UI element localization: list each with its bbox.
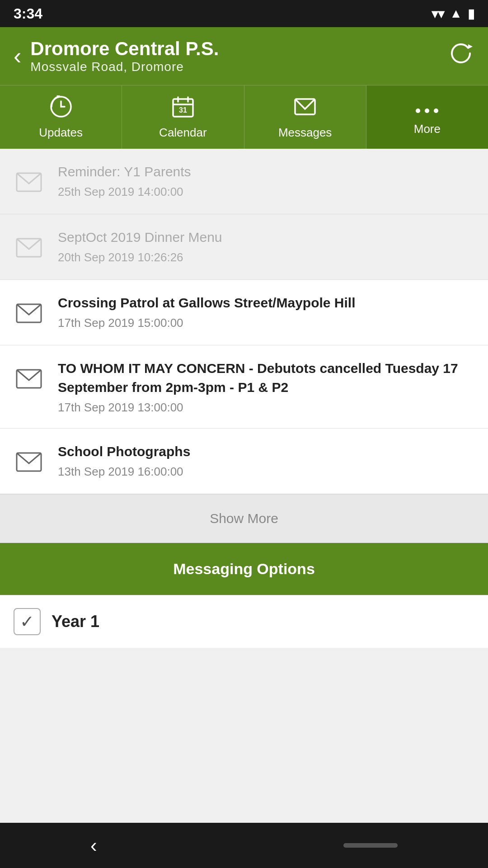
message-icon-wrap <box>11 164 47 200</box>
back-button[interactable]: ‹ <box>14 44 21 68</box>
message-content: Reminder: Y1 Parents 25th Sep 2019 14:00… <box>58 162 477 199</box>
school-address: Mossvale Road, Dromore <box>30 60 219 74</box>
message-icon-wrap <box>11 361 47 397</box>
message-title: Reminder: Y1 Parents <box>58 162 477 181</box>
tab-more-label: More <box>414 122 441 136</box>
signal-icon: ▲ <box>450 6 462 21</box>
wifi-icon: ▾▾ <box>432 6 444 21</box>
tab-messages[interactable]: Messages <box>244 85 366 149</box>
message-date: 13th Sep 2019 16:00:00 <box>58 465 477 479</box>
year-filter-label: Year 1 <box>52 612 99 631</box>
message-title: TO WHOM IT MAY CONCERN - Debutots cancel… <box>58 359 477 397</box>
svg-point-11 <box>434 108 438 113</box>
message-title: Crossing Patrol at Gallows Street/Maypol… <box>58 293 477 312</box>
more-icon <box>415 99 439 118</box>
message-date: 17th Sep 2019 13:00:00 <box>58 401 477 415</box>
tab-calendar[interactable]: 31 Calendar <box>122 85 244 149</box>
nav-back-button[interactable]: ‹ <box>90 834 97 857</box>
message-date: 20th Sep 2019 10:26:26 <box>58 250 477 264</box>
tab-calendar-label: Calendar <box>159 126 207 140</box>
tab-messages-label: Messages <box>278 126 332 140</box>
battery-icon: ▮ <box>468 6 474 21</box>
message-item[interactable]: School Photographs 13th Sep 2019 16:00:0… <box>0 429 488 494</box>
message-content: TO WHOM IT MAY CONCERN - Debutots cancel… <box>58 359 477 415</box>
svg-marker-0 <box>468 44 473 49</box>
header: ‹ Dromore Central P.S. Mossvale Road, Dr… <box>0 27 488 85</box>
message-title: SeptOct 2019 Dinner Menu <box>58 228 477 247</box>
message-date: 17th Sep 2019 15:00:00 <box>58 316 477 330</box>
tab-updates-label: Updates <box>39 126 83 140</box>
message-item[interactable]: Reminder: Y1 Parents 25th Sep 2019 14:00… <box>0 149 488 214</box>
message-icon-wrap <box>11 230 47 266</box>
message-content: Crossing Patrol at Gallows Street/Maypol… <box>58 293 477 330</box>
year1-checkbox[interactable]: ✓ <box>14 608 41 635</box>
message-icon-wrap <box>11 295 47 331</box>
header-left: ‹ Dromore Central P.S. Mossvale Road, Dr… <box>14 38 219 74</box>
header-title-group: Dromore Central P.S. Mossvale Road, Drom… <box>30 38 219 74</box>
message-item[interactable]: Crossing Patrol at Gallows Street/Maypol… <box>0 280 488 345</box>
message-title: School Photographs <box>58 442 477 461</box>
status-bar: 3:34 ▾▾ ▲ ▮ <box>0 0 488 27</box>
message-content: SeptOct 2019 Dinner Menu 20th Sep 2019 1… <box>58 228 477 264</box>
tab-bar: Updates 31 Calendar Messages <box>0 85 488 149</box>
messaging-options-button[interactable]: Messaging Options <box>0 543 488 595</box>
nav-home-pill[interactable] <box>343 843 398 848</box>
message-content: School Photographs 13th Sep 2019 16:00:0… <box>58 442 477 479</box>
svg-text:31: 31 <box>179 106 187 114</box>
updates-icon <box>49 94 73 122</box>
show-more-button[interactable]: Show More <box>0 494 488 543</box>
svg-point-9 <box>416 108 420 113</box>
checkmark-icon: ✓ <box>20 612 34 632</box>
refresh-button[interactable] <box>447 40 474 72</box>
bottom-nav: ‹ <box>0 823 488 868</box>
message-date: 25th Sep 2019 14:00:00 <box>58 185 477 199</box>
message-icon-wrap <box>11 444 47 480</box>
svg-point-10 <box>425 108 429 113</box>
message-list: Reminder: Y1 Parents 25th Sep 2019 14:00… <box>0 149 488 494</box>
status-icons: ▾▾ ▲ ▮ <box>432 6 474 21</box>
tab-updates[interactable]: Updates <box>0 85 122 149</box>
school-name: Dromore Central P.S. <box>30 38 219 60</box>
message-item[interactable]: SeptOct 2019 Dinner Menu 20th Sep 2019 1… <box>0 214 488 280</box>
messages-icon <box>293 94 317 122</box>
message-item[interactable]: TO WHOM IT MAY CONCERN - Debutots cancel… <box>0 345 488 429</box>
status-time: 3:34 <box>14 5 42 22</box>
tab-more[interactable]: More <box>366 85 488 149</box>
calendar-icon: 31 <box>171 94 195 122</box>
year-filter: ✓ Year 1 <box>0 595 488 648</box>
